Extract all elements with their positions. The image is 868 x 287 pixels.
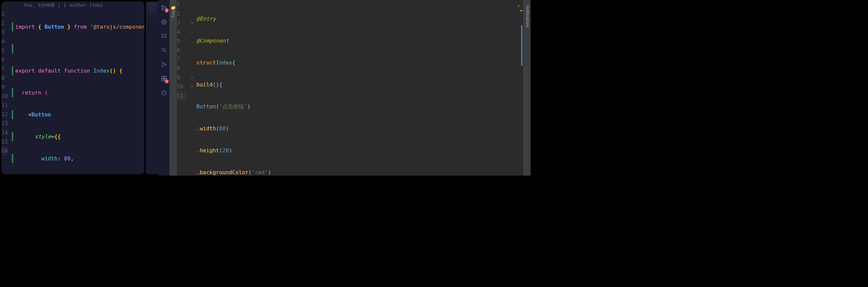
folder-icon: 📁	[171, 5, 176, 10]
line-number: 1	[1, 9, 8, 19]
scroll-marker[interactable]	[520, 10, 522, 11]
line-number: 9	[1, 82, 8, 92]
fold-end-icon: ⊟	[191, 73, 193, 82]
source-control-icon[interactable]: 1	[160, 4, 168, 11]
inspection-ok-icon[interactable]: ✓	[517, 3, 520, 9]
svg-point-5	[162, 48, 165, 51]
code-line[interactable]: <Button	[12, 110, 144, 119]
search-icon[interactable]	[160, 47, 168, 54]
line-number: 16	[1, 146, 8, 155]
line-number: 4	[177, 27, 186, 36]
git-blame-annotation: You, 1分钟前 | 1 author (You)	[1, 1, 144, 9]
line-number: 14	[1, 128, 8, 137]
code-line[interactable]: import { Button } from '@tarojs/componen…	[12, 22, 144, 31]
right-gutter: 1 2 3 4 5 6 7 8 9 10 11	[177, 0, 190, 176]
code-line[interactable]: .height(20)	[196, 146, 518, 155]
line-number: 5	[177, 36, 186, 46]
line-number: 8	[177, 64, 186, 73]
line-number: 3	[177, 18, 186, 27]
code-line[interactable]: @Entry	[196, 14, 518, 23]
code-line[interactable]: export default function Index() {	[12, 66, 144, 75]
left-code-area[interactable]: 1 2 3 4 5 6 7 8 9 10 11 12 13 14 15 16 i…	[1, 9, 144, 174]
timeline-icon[interactable]	[160, 89, 168, 97]
left-editor-pane: You, 1分钟前 | 1 author (You) 1 2 3 4 5 6 7…	[1, 1, 144, 174]
svg-point-3	[162, 20, 166, 24]
left-code-content[interactable]: import { Button } from '@tarojs/componen…	[12, 9, 144, 174]
activity-bar: 1 2	[159, 0, 169, 176]
fold-end-icon: ⊟	[191, 82, 193, 91]
fold-toggle-icon[interactable]: ⊟	[191, 27, 193, 36]
orb-icon[interactable]	[160, 18, 168, 26]
svg-point-0	[162, 5, 163, 7]
blame-text: You, 1分钟前 | 1 author (You)	[24, 2, 103, 8]
line-number: 15	[1, 137, 8, 146]
line-number: 7	[1, 64, 8, 73]
line-number: 4	[1, 37, 8, 46]
extensions-icon[interactable]: 2	[160, 75, 168, 82]
line-number: 13	[1, 119, 8, 128]
left-gutter: 1 2 3 4 5 6 7 8 9 10 11 12 13 14 15 16	[1, 9, 12, 174]
code-line[interactable]: build() {	[196, 80, 518, 89]
line-number: 10	[177, 82, 186, 91]
line-number: 1	[177, 0, 186, 9]
code-line[interactable]: .width(80)	[196, 124, 518, 133]
svg-point-1	[162, 8, 163, 10]
chat-icon[interactable]	[160, 32, 168, 40]
line-number: 10	[1, 92, 8, 101]
minimap-viewport	[147, 3, 157, 20]
code-line[interactable]: width: 80,	[12, 154, 144, 163]
line-number: 12	[1, 110, 8, 119]
project-tool-window-tab[interactable]: 📁 Proj...	[169, 0, 177, 176]
scroll-marker[interactable]	[521, 25, 522, 66]
code-line[interactable]: struct Index {	[196, 58, 518, 67]
notifications-tab[interactable]: Notifications	[524, 0, 531, 176]
line-number: 2	[1, 19, 8, 28]
line-number: 8	[1, 73, 8, 82]
debug-icon[interactable]	[160, 61, 168, 68]
badge: 2	[165, 79, 169, 83]
notifications-label: Notifications	[525, 5, 530, 27]
code-line[interactable]: style={{	[12, 132, 144, 141]
scrollbar[interactable]: ✓	[518, 0, 523, 176]
fold-gutter[interactable]: ⊟ ⊟ ⊟ ⊟	[190, 0, 196, 176]
code-line[interactable]: Button('点击按钮')	[196, 102, 518, 111]
svg-line-6	[165, 51, 166, 52]
line-number: 5	[1, 46, 8, 55]
line-number: 2	[177, 9, 186, 18]
svg-rect-10	[162, 79, 164, 81]
line-number: 9	[177, 73, 186, 82]
line-number: 6	[1, 55, 8, 64]
line-number: 11	[177, 91, 186, 100]
line-number: 3	[1, 28, 8, 37]
svg-rect-8	[162, 76, 164, 78]
code-line[interactable]: return (	[12, 88, 144, 97]
code-line[interactable]: .backgroundColor('red')	[196, 168, 518, 176]
svg-point-4	[163, 21, 165, 23]
right-tool-window-bar: Notifications 👁 Previewer	[523, 0, 531, 176]
svg-marker-7	[163, 62, 166, 67]
right-code-content[interactable]: @Entry @Component struct Index { build()…	[196, 0, 518, 176]
line-number: 11	[1, 101, 8, 110]
line-number: 7	[177, 55, 186, 64]
badge: 1	[165, 8, 169, 12]
code-line[interactable]	[12, 44, 144, 53]
fold-toggle-icon[interactable]: ⊟	[191, 18, 193, 27]
minimap[interactable]	[146, 1, 159, 174]
right-code-area[interactable]: 1 2 3 4 5 6 7 8 9 10 11 ⊟ ⊟ ⊟ ⊟ @Entry @…	[177, 0, 523, 176]
right-editor-pane: 📁 Proj... 1 2 3 4 5 6 7 8 9 10 11 ⊟ ⊟ ⊟ …	[169, 0, 531, 176]
project-label: Proj...	[171, 10, 175, 21]
code-line[interactable]: @Component	[196, 36, 518, 45]
line-number: 6	[177, 46, 186, 55]
svg-rect-9	[164, 76, 166, 78]
